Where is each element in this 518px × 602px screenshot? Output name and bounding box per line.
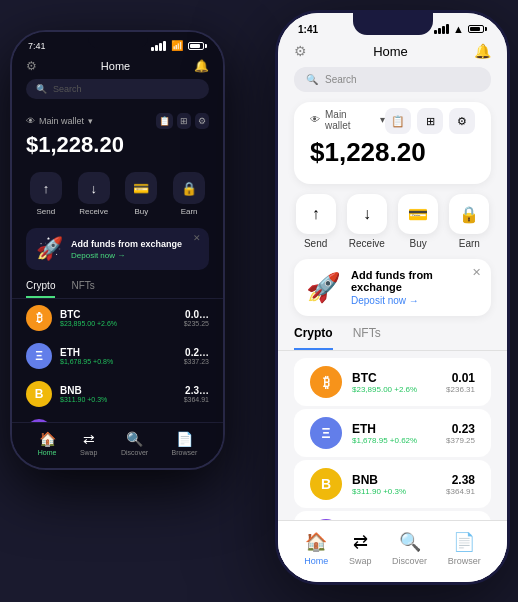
light-nav-home[interactable]: 🏠 Home <box>304 531 328 566</box>
light-copy-icon[interactable]: 📋 <box>385 108 411 134</box>
dark-banner-link[interactable]: Deposit now → <box>71 251 199 260</box>
light-balance: $1,228.20 <box>310 137 475 168</box>
light-bnb-name: BNB <box>352 473 436 487</box>
light-search-bar[interactable]: 🔍 Search <box>294 67 491 92</box>
dark-tabs: Crypto NFTs <box>12 274 223 299</box>
light-buy-label: Buy <box>410 238 427 249</box>
dark-btc-icon: ₿ <box>26 305 52 331</box>
light-bottom-nav: 🏠 Home ⇄ Swap 🔍 Discover 📄 Browser <box>278 520 507 582</box>
dark-bnb-item[interactable]: B BNB $311.90 +0.3% 2.3… $364.91 <box>12 375 223 413</box>
light-buy-button[interactable]: 💳 Buy <box>397 194 440 249</box>
light-swap-icon: ⇄ <box>353 531 368 553</box>
light-receive-label: Receive <box>349 238 385 249</box>
dark-bnb-value: 2.3… <box>184 385 209 396</box>
dark-bnb-usd: $364.91 <box>184 396 209 403</box>
dark-browser-icon: 📄 <box>176 431 193 447</box>
light-crypto-list: ₿ BTC $23,895.00 +2.6% 0.01 $236.31 Ξ ET… <box>278 355 507 520</box>
light-eth-item[interactable]: Ξ ETH $1,678.95 +0.62% 0.23 $379.25 <box>294 409 491 457</box>
light-banner[interactable]: 🚀 Add funds from exchange Deposit now → … <box>294 259 491 316</box>
light-send-button[interactable]: ↑ Send <box>294 194 337 249</box>
light-actions: ↑ Send ↓ Receive 💳 Buy 🔒 Earn <box>294 194 491 249</box>
dark-nav-browser[interactable]: 📄 Browser <box>172 431 198 456</box>
light-receive-button[interactable]: ↓ Receive <box>345 194 388 249</box>
light-tab-nfts[interactable]: NFTs <box>353 326 381 350</box>
dark-eth-item[interactable]: Ξ ETH $1,678.95 +0.8% 0.2… $337.23 <box>12 337 223 375</box>
light-header-title: Home <box>373 44 408 59</box>
dark-wallet-actions: 📋 ⊞ ⚙ <box>156 113 209 129</box>
dark-receive-button[interactable]: ↓ Receive <box>74 172 114 216</box>
dark-banner-close[interactable]: ✕ <box>193 233 201 243</box>
light-btc-name: BTC <box>352 371 436 385</box>
dark-bnb-icon: B <box>26 381 52 407</box>
light-nav-discover[interactable]: 🔍 Discover <box>392 531 427 566</box>
dark-discover-label: Discover <box>121 449 148 456</box>
dark-buy-button[interactable]: 💳 Buy <box>122 172 162 216</box>
dark-nav-discover[interactable]: 🔍 Discover <box>121 431 148 456</box>
light-battery-icon <box>468 25 487 33</box>
dark-search-icon: 🔍 <box>36 84 47 94</box>
light-eye-icon: 👁 <box>310 114 320 125</box>
light-bnb-usd: $364.91 <box>446 487 475 496</box>
light-btc-item[interactable]: ₿ BTC $23,895.00 +2.6% 0.01 $236.31 <box>294 358 491 406</box>
dark-swap-icon: ⇄ <box>83 431 95 447</box>
light-nav-browser[interactable]: 📄 Browser <box>448 531 481 566</box>
light-nav-swap[interactable]: ⇄ Swap <box>349 531 372 566</box>
dark-copy-icon[interactable]: 📋 <box>156 113 173 129</box>
light-bnb-icon: B <box>310 468 342 500</box>
light-settings-icon[interactable]: ⚙ <box>294 43 307 59</box>
light-wallet-icons: 📋 ⊞ ⚙ <box>385 108 475 134</box>
dark-tab-nfts[interactable]: NFTs <box>71 280 94 298</box>
light-discover-icon: 🔍 <box>399 531 421 553</box>
light-earn-button[interactable]: 🔒 Earn <box>448 194 491 249</box>
dark-status-icons: 📶 <box>151 40 207 51</box>
dark-matic-item[interactable]: M MATIC $0.92 -0.6% 20.0… $18.41 <box>12 413 223 422</box>
dark-banner[interactable]: 🚀 Add funds from exchange Deposit now → … <box>26 228 209 270</box>
light-bnb-item[interactable]: B BNB $311.90 +0.3% 2.38 $364.91 <box>294 460 491 508</box>
dark-banner-emoji: 🚀 <box>36 236 63 262</box>
dark-actions: ↑ Send ↓ Receive 💳 Buy 🔒 Earn <box>12 172 223 224</box>
light-banner-close[interactable]: ✕ <box>472 266 481 279</box>
dark-eth-value: 0.2… <box>184 347 209 358</box>
dark-send-icon: ↑ <box>30 172 62 204</box>
light-notification-icon[interactable]: 🔔 <box>474 43 491 59</box>
dark-btc-usd: $235.25 <box>184 320 209 327</box>
dark-screen: 7:41 📶 ⚙ Ho <box>12 32 223 468</box>
dark-btc-info: BTC $23,895.00 +2.6% <box>60 309 176 327</box>
light-btc-info: BTC $23,895.00 +2.6% <box>352 371 436 394</box>
dark-btc-item[interactable]: ₿ BTC $23,895.00 +2.6% 0.0… $235.25 <box>12 299 223 337</box>
light-wifi-icon: ▲ <box>453 23 464 35</box>
light-banner-emoji: 🚀 <box>306 271 341 304</box>
dark-search-bar[interactable]: 🔍 Search <box>26 79 209 99</box>
dark-nav-swap[interactable]: ⇄ Swap <box>80 431 98 456</box>
dark-settings-icon[interactable]: ⚙ <box>26 59 37 73</box>
light-tab-crypto[interactable]: Crypto <box>294 326 333 350</box>
dark-time: 7:41 <box>28 41 46 51</box>
light-settings2-icon[interactable]: ⚙ <box>449 108 475 134</box>
dark-grid-icon[interactable]: ⊞ <box>177 113 191 129</box>
dark-settings2-icon[interactable]: ⚙ <box>195 113 209 129</box>
dark-tab-crypto[interactable]: Crypto <box>26 280 55 298</box>
light-eth-name: ETH <box>352 422 436 436</box>
dark-search-placeholder: Search <box>53 84 82 94</box>
dark-btc-price: $23,895.00 +2.6% <box>60 320 176 327</box>
dark-earn-button[interactable]: 🔒 Earn <box>169 172 209 216</box>
dark-nav-home[interactable]: 🏠 Home <box>38 431 57 456</box>
dark-notification-icon[interactable]: 🔔 <box>194 59 209 73</box>
light-browser-icon: 📄 <box>453 531 475 553</box>
dark-btc-name: BTC <box>60 309 176 320</box>
dark-btc-value: 0.0… <box>184 309 209 320</box>
light-eth-icon: Ξ <box>310 417 342 449</box>
light-time: 1:41 <box>298 24 318 35</box>
dark-battery-icon <box>188 42 207 50</box>
light-grid-icon[interactable]: ⊞ <box>417 108 443 134</box>
light-btc-icon: ₿ <box>310 366 342 398</box>
dark-discover-icon: 🔍 <box>126 431 143 447</box>
dark-crypto-list: ₿ BTC $23,895.00 +2.6% 0.0… $235.25 Ξ ET… <box>12 299 223 422</box>
light-banner-link[interactable]: Deposit now → <box>351 295 479 306</box>
dark-bnb-name: BNB <box>60 385 176 396</box>
dark-send-button[interactable]: ↑ Send <box>26 172 66 216</box>
light-earn-label: Earn <box>459 238 480 249</box>
light-earn-icon: 🔒 <box>449 194 489 234</box>
light-matic-item[interactable]: M MATIC $0.92 -1.3% 20.03 $18.41 <box>294 511 491 520</box>
light-home-label: Home <box>304 556 328 566</box>
